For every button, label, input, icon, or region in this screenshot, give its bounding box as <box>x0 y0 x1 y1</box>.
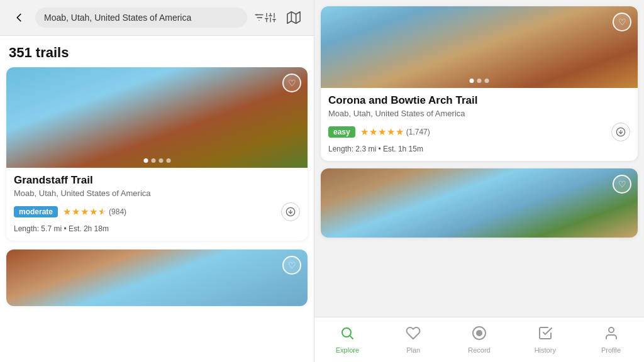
dot-3 <box>158 158 163 163</box>
star-4: ★ <box>89 206 97 217</box>
left-panel: Moab, Utah, United States of America <box>0 0 314 362</box>
right-star-5: ★ <box>396 126 404 138</box>
nav-label-history: History <box>535 346 556 354</box>
history-icon <box>538 326 553 344</box>
download-icon <box>286 207 296 217</box>
right-star-2: ★ <box>369 126 377 138</box>
right-trail-info: Corona and Bowtie Arch Trail Moab, Utah,… <box>321 88 638 161</box>
trail-image-wrap-partial: ♡ <box>6 250 308 306</box>
trail-image-grandstaff <box>6 67 308 168</box>
dot-2 <box>151 158 155 163</box>
nav-label-record: Record <box>468 346 490 354</box>
favorite-button-corona[interactable]: ♡ <box>613 13 631 31</box>
download-button[interactable] <box>281 202 300 221</box>
right-download-button[interactable] <box>611 123 630 141</box>
plan-icon <box>406 326 421 344</box>
trail-card[interactable]: ♡ Grandstaff Trail Moab, Utah, United St… <box>6 67 308 241</box>
star-1: ★ <box>63 206 71 217</box>
svg-point-3 <box>256 14 257 15</box>
trail-card-partial[interactable]: ♡ <box>6 250 308 306</box>
trails-count: 351 trails <box>0 36 314 67</box>
trails-list: ♡ Grandstaff Trail Moab, Utah, United St… <box>0 67 314 362</box>
star-3: ★ <box>80 206 89 217</box>
nav-item-record[interactable]: Record <box>447 322 513 358</box>
svg-point-21 <box>342 328 351 337</box>
trail-location: Moab, Utah, United States of America <box>14 189 300 198</box>
trail-stats: Length: 5.7 mi • Est. 2h 18m <box>14 224 300 233</box>
sliders-icon <box>265 11 276 25</box>
profile-icon <box>604 326 619 344</box>
location-search[interactable]: Moab, Utah, United States of America <box>35 8 247 28</box>
right-review-count: (1,747) <box>406 128 430 136</box>
svg-point-24 <box>476 330 482 336</box>
bottom-nav: Explore Plan Record <box>314 317 644 362</box>
chevron-left-icon <box>12 11 26 25</box>
dot-c2 <box>477 79 482 83</box>
filter-icon <box>253 11 265 25</box>
svg-marker-14 <box>287 12 300 23</box>
dot-c1 <box>470 79 474 83</box>
star-2: ★ <box>72 206 80 217</box>
right-star-1: ★ <box>360 126 369 138</box>
right-trail-meta-left: easy ★ ★ ★ ★ ★ (1,747) <box>328 126 430 138</box>
svg-line-22 <box>350 336 353 339</box>
nav-label-profile: Profile <box>601 346 621 354</box>
trail-meta-left: moderate ★ ★ ★ ★ ★ ★ (984) <box>14 206 126 217</box>
record-icon <box>472 326 487 344</box>
favorite-button-waterfall[interactable]: ♡ <box>613 175 631 194</box>
right-trail-card-waterfall[interactable]: ♡ <box>321 168 638 238</box>
star-rating: ★ ★ ★ ★ ★ ★ (984) <box>63 206 126 217</box>
right-trail-stats: Length: 2.3 mi • Est. 1h 15m <box>328 145 630 153</box>
nav-item-profile[interactable]: Profile <box>578 322 644 358</box>
trail-image-corona <box>321 6 638 88</box>
explore-icon <box>340 326 355 344</box>
trail-info: Grandstaff Trail Moab, Utah, United Stat… <box>6 168 308 241</box>
nav-item-explore[interactable]: Explore <box>314 322 380 358</box>
right-content: ♡ Corona and Bowtie Arch Trail Moab, Uta… <box>314 0 644 317</box>
right-difficulty-badge: easy <box>328 126 355 138</box>
difficulty-badge: moderate <box>14 206 58 217</box>
trail-meta-row: moderate ★ ★ ★ ★ ★ ★ (984) <box>14 202 300 221</box>
nav-item-plan[interactable]: Plan <box>380 322 447 358</box>
right-trail-meta-row: easy ★ ★ ★ ★ ★ (1,747) <box>328 123 630 141</box>
trail-image-wrap: ♡ <box>6 67 308 168</box>
right-trail-image-wrap: ♡ <box>321 6 638 88</box>
trail-image-waterfall <box>321 168 638 238</box>
search-bar: Moab, Utah, United States of America <box>0 0 314 36</box>
image-dots <box>143 158 170 163</box>
right-trail-location: Moab, Utah, United States of America <box>328 109 630 118</box>
right-star-3: ★ <box>378 126 386 138</box>
map-button[interactable] <box>282 6 305 29</box>
nav-label-plan: Plan <box>406 346 420 354</box>
right-trail-image-wrap-2: ♡ <box>321 168 638 238</box>
right-panel: ♡ Corona and Bowtie Arch Trail Moab, Uta… <box>314 0 644 362</box>
right-star-4: ★ <box>387 126 395 138</box>
location-text: Moab, Utah, United States of America <box>44 13 191 23</box>
review-count: (984) <box>109 207 126 216</box>
right-download-icon <box>616 127 626 137</box>
star-half: ★ ★ <box>98 206 106 217</box>
nav-item-history[interactable]: History <box>512 322 578 358</box>
svg-point-25 <box>609 327 614 332</box>
nav-label-explore: Explore <box>336 346 359 354</box>
right-star-rating: ★ ★ ★ ★ ★ (1,747) <box>360 126 430 138</box>
right-trail-card-corona[interactable]: ♡ Corona and Bowtie Arch Trail Moab, Uta… <box>321 6 638 161</box>
back-button[interactable] <box>9 8 29 28</box>
trail-name: Grandstaff Trail <box>14 174 300 187</box>
dot-c3 <box>485 79 489 83</box>
dot-1 <box>143 158 148 163</box>
dot-4 <box>166 158 170 163</box>
favorite-button-2[interactable]: ♡ <box>282 256 301 275</box>
image-dots-corona <box>470 79 489 83</box>
map-icon <box>287 11 301 25</box>
svg-point-4 <box>261 17 262 18</box>
filter-button[interactable] <box>253 6 276 29</box>
right-trail-name: Corona and Bowtie Arch Trail <box>328 94 630 107</box>
trail-image-second <box>6 250 308 306</box>
favorite-button[interactable]: ♡ <box>282 74 301 92</box>
